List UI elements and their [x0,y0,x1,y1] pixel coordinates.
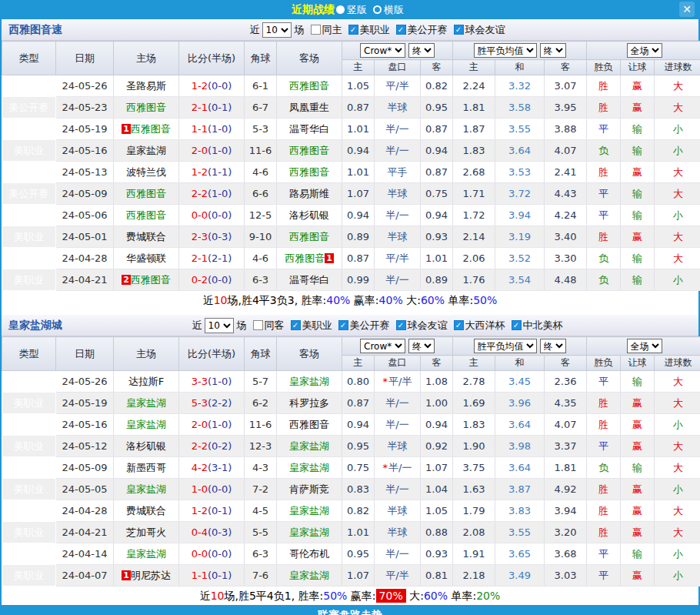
avg-odds-select[interactable]: 胜平负均值 [474,43,537,58]
result-handicap: 赢 [621,500,655,522]
vertical-layout-label[interactable]: 竖版 [347,3,367,17]
vertical-layout-radio[interactable] [336,5,345,14]
result-winloss: 胜 [587,500,621,522]
crow-company-select[interactable]: Crow* [360,43,405,58]
same-venue-checkbox[interactable] [311,25,321,35]
summary-segment: 10 [214,294,228,306]
home-team: 费城联合 [114,226,179,248]
corner-score: 6-3 [245,269,277,291]
league-checkbox[interactable]: ✓ [396,25,406,35]
handicap-line: 平手 [375,162,421,183]
stats-summary: 近10场,胜4平3负3, 胜率:40% 赢率:40% 大:60% 单率:50% [2,291,698,309]
result-handicap: 输 [621,183,655,205]
crow-final-select[interactable]: 终 [408,43,435,58]
league-checkbox[interactable]: ✓ [512,320,522,330]
result-winloss: 胜 [587,414,621,436]
crow-company-select[interactable]: Crow* [360,339,405,353]
match-score: 2-1(0-1) [179,97,245,119]
result-handicap: 赢 [621,414,655,436]
handicap-line: 半/一 [375,393,421,414]
away-team: 皇家盐湖 [277,371,342,393]
league-checkbox[interactable]: ✓ [396,320,406,330]
match-scope-select[interactable]: 全场 [627,339,662,353]
match-score: 5-3(2-2) [179,393,245,414]
result-winloss: 胜 [587,479,621,500]
home-team: 皇家盐湖 [114,479,179,500]
card-badge: 1 [325,253,334,263]
avg-draw-odds: 3.58 [495,97,545,119]
match-score: 2-3(0-3) [179,226,245,248]
table-row: 美职业24-04-071明尼苏达1-1(0-1)7-6皇家盐湖1.07平/半0.… [2,565,700,587]
recent-count-select[interactable]: 10 [262,22,292,38]
avg-away-odds: 3.03 [545,565,587,587]
league-checkbox-label: 球会友谊 [408,319,448,333]
sub-column-header: 客 [421,60,453,75]
league-type-badge: 美职业 [2,393,56,414]
handicap-line: 半/一 [375,543,421,565]
recent-count-select[interactable]: 10 [205,318,234,333]
summary-segment: 赢率: [350,294,378,306]
crow-final-select[interactable]: 终 [408,339,435,353]
column-header: 类型 [2,337,56,371]
home-team-name: 洛杉矶银 [126,440,166,452]
league-checkbox[interactable]: ✓ [454,320,464,330]
home-team: 1西雅图音 [114,119,179,140]
avg-final-select[interactable]: 终 [540,339,566,353]
avg-final-select[interactable]: 终 [540,43,566,58]
handicap-line: 半/一 [375,205,421,226]
crow-home-odds: 0.87 [342,393,375,414]
avg-home-odds: 1.63 [453,479,495,500]
league-type-badge: 美职业 [2,414,56,436]
column-header: 角球 [245,42,277,75]
horizontal-layout-label[interactable]: 横版 [384,3,404,17]
summary-segment: 20% [476,590,500,602]
sub-column-header: 盘口 [375,356,421,371]
match-score: 1-2(1-1) [179,162,245,183]
result-handicap: 赢 [621,479,655,500]
avg-away-odds: 3.95 [545,97,587,119]
sub-column-header: 客 [545,60,587,75]
summary-segment: 大: [403,294,421,306]
avg-home-odds: 2.08 [453,522,495,543]
league-checkbox[interactable]: ✓ [454,25,464,35]
league-checkbox-label: 美公开赛 [350,319,390,333]
league-checkbox-label: 美公开赛 [408,23,448,37]
handicap-line: 半/一 [375,140,421,162]
league-checkbox[interactable]: ✓ [338,320,348,330]
away-team-name: 皇家盐湖 [289,570,329,581]
halftime-score: (0-0) [208,80,232,92]
sub-column-header: 进球数 [655,60,700,75]
halftime-score: (0-3) [208,526,232,538]
league-checkbox[interactable]: ✓ [348,25,358,35]
column-header: 比分(半场) [179,337,245,371]
fulltime-score: 1-2 [192,80,208,92]
handicap-line: 半球 [375,183,421,205]
near-label: 近 [250,23,260,37]
league-type-badge: 美公开赛 [2,97,56,119]
result-winloss: 负 [587,269,621,291]
away-team: 西雅图音 [277,140,342,162]
avg-odds-select[interactable]: 胜平负均值 [474,339,537,353]
corner-score: 6-1 [245,75,277,97]
away-team-name: 皇家盐湖 [289,505,329,516]
card-badge: 1 [122,570,131,580]
result-winloss: 平 [587,371,621,393]
crow-away-odds: 0.94 [421,414,453,436]
home-team-name: 皇家盐湖 [126,483,166,495]
home-team: 2西雅图音 [114,269,179,291]
league-trend-link[interactable]: 联赛盘路走势 [2,605,698,615]
result-goals: 大 [655,75,700,97]
close-icon[interactable]: ✕ [679,2,695,17]
away-team: 皇家盐湖 [277,457,342,479]
table-row: 美职业24-04-28费城联合1-2(0-1)4-5皇家盐湖0.82半球1.05… [2,500,700,522]
league-checkbox[interactable]: ✓ [291,320,301,330]
result-goals: 大 [655,500,700,522]
league-type-badge: 美公开赛 [2,457,56,479]
away-team-name: 西雅图音 [289,231,329,242]
match-scope-select[interactable]: 全场 [627,43,662,58]
horizontal-layout-radio[interactable] [373,5,382,14]
avg-away-odds: 4.92 [545,479,587,500]
home-team: 芝加哥火 [114,522,179,543]
away-team-name: 西雅图音 [289,80,329,92]
same-venue-checkbox[interactable] [253,320,263,330]
